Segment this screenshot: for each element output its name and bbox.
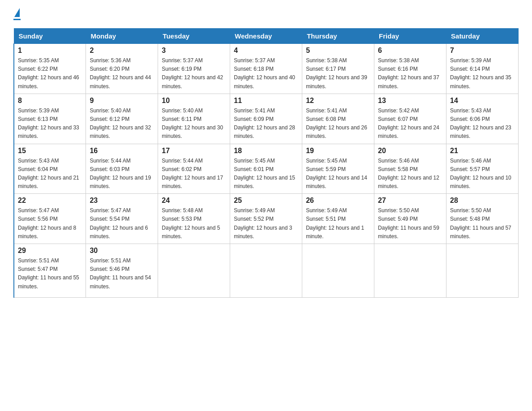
day-number: 9	[90, 97, 154, 105]
day-number: 13	[378, 97, 442, 105]
calendar-cell: 22 Sunrise: 5:47 AM Sunset: 5:56 PM Dayl…	[14, 194, 86, 244]
header-sunday: Sunday	[14, 29, 86, 44]
day-number: 3	[162, 47, 226, 55]
day-number: 17	[162, 147, 226, 155]
day-number: 2	[90, 47, 154, 55]
header-thursday: Thursday	[302, 29, 374, 44]
calendar-cell: 3 Sunrise: 5:37 AM Sunset: 6:19 PM Dayli…	[158, 44, 230, 94]
calendar-cell: 14 Sunrise: 5:43 AM Sunset: 6:06 PM Dayl…	[446, 94, 519, 144]
day-info: Sunrise: 5:49 AM Sunset: 5:51 PM Dayligh…	[306, 206, 370, 241]
day-info: Sunrise: 5:44 AM Sunset: 6:02 PM Dayligh…	[162, 157, 226, 191]
header-friday: Friday	[374, 29, 446, 44]
calendar-week-row: 15 Sunrise: 5:43 AM Sunset: 6:04 PM Dayl…	[14, 144, 519, 194]
day-info: Sunrise: 5:50 AM Sunset: 5:48 PM Dayligh…	[450, 206, 515, 241]
calendar-cell: 26 Sunrise: 5:49 AM Sunset: 5:51 PM Dayl…	[302, 194, 374, 244]
calendar-cell	[230, 244, 302, 298]
day-number: 28	[450, 197, 515, 205]
calendar-cell: 16 Sunrise: 5:44 AM Sunset: 6:03 PM Dayl…	[86, 144, 158, 194]
logo-triangle-icon	[14, 8, 20, 17]
day-info: Sunrise: 5:45 AM Sunset: 5:59 PM Dayligh…	[306, 157, 370, 191]
calendar-cell: 20 Sunrise: 5:46 AM Sunset: 5:58 PM Dayl…	[374, 144, 446, 194]
calendar-cell: 1 Sunrise: 5:35 AM Sunset: 6:22 PM Dayli…	[14, 44, 86, 94]
calendar-cell: 25 Sunrise: 5:49 AM Sunset: 5:52 PM Dayl…	[230, 194, 302, 244]
day-info: Sunrise: 5:43 AM Sunset: 6:06 PM Dayligh…	[450, 107, 515, 141]
calendar-table: SundayMondayTuesdayWednesdayThursdayFrid…	[13, 28, 519, 298]
header-wednesday: Wednesday	[230, 29, 302, 44]
calendar-cell: 29 Sunrise: 5:51 AM Sunset: 5:47 PM Dayl…	[14, 244, 86, 298]
day-info: Sunrise: 5:42 AM Sunset: 6:07 PM Dayligh…	[378, 107, 442, 141]
calendar-cell: 15 Sunrise: 5:43 AM Sunset: 6:04 PM Dayl…	[14, 144, 86, 194]
day-info: Sunrise: 5:41 AM Sunset: 6:09 PM Dayligh…	[234, 107, 298, 141]
day-number: 29	[18, 247, 82, 255]
calendar-cell: 10 Sunrise: 5:40 AM Sunset: 6:11 PM Dayl…	[158, 94, 230, 144]
day-info: Sunrise: 5:36 AM Sunset: 6:20 PM Dayligh…	[90, 56, 154, 91]
calendar-cell: 13 Sunrise: 5:42 AM Sunset: 6:07 PM Dayl…	[374, 94, 446, 144]
day-info: Sunrise: 5:46 AM Sunset: 5:58 PM Dayligh…	[378, 157, 442, 191]
day-info: Sunrise: 5:47 AM Sunset: 5:56 PM Dayligh…	[18, 206, 82, 241]
day-number: 24	[162, 197, 226, 205]
calendar-cell: 2 Sunrise: 5:36 AM Sunset: 6:20 PM Dayli…	[86, 44, 158, 94]
day-info: Sunrise: 5:37 AM Sunset: 6:18 PM Dayligh…	[234, 56, 298, 91]
day-info: Sunrise: 5:51 AM Sunset: 5:46 PM Dayligh…	[90, 257, 154, 291]
day-info: Sunrise: 5:37 AM Sunset: 6:19 PM Dayligh…	[162, 56, 226, 91]
calendar-cell: 4 Sunrise: 5:37 AM Sunset: 6:18 PM Dayli…	[230, 44, 302, 94]
day-number: 15	[18, 147, 82, 155]
calendar-cell	[302, 244, 374, 298]
day-info: Sunrise: 5:38 AM Sunset: 6:17 PM Dayligh…	[306, 56, 370, 91]
day-number: 20	[378, 147, 442, 155]
day-info: Sunrise: 5:39 AM Sunset: 6:14 PM Dayligh…	[450, 56, 515, 91]
calendar-cell: 19 Sunrise: 5:45 AM Sunset: 5:59 PM Dayl…	[302, 144, 374, 194]
day-number: 25	[234, 197, 298, 205]
day-info: Sunrise: 5:40 AM Sunset: 6:11 PM Dayligh…	[162, 107, 226, 141]
day-info: Sunrise: 5:43 AM Sunset: 6:04 PM Dayligh…	[18, 157, 82, 191]
day-number: 27	[378, 197, 442, 205]
calendar-cell: 30 Sunrise: 5:51 AM Sunset: 5:46 PM Dayl…	[86, 244, 158, 298]
day-number: 1	[18, 47, 82, 55]
logo-underline	[13, 19, 21, 20]
calendar-cell	[158, 244, 230, 298]
day-info: Sunrise: 5:40 AM Sunset: 6:12 PM Dayligh…	[90, 107, 154, 141]
calendar-cell: 12 Sunrise: 5:41 AM Sunset: 6:08 PM Dayl…	[302, 94, 374, 144]
day-info: Sunrise: 5:35 AM Sunset: 6:22 PM Dayligh…	[18, 56, 82, 91]
calendar-cell: 11 Sunrise: 5:41 AM Sunset: 6:09 PM Dayl…	[230, 94, 302, 144]
day-number: 16	[90, 147, 154, 155]
calendar-cell: 27 Sunrise: 5:50 AM Sunset: 5:49 PM Dayl…	[374, 194, 446, 244]
calendar-cell: 5 Sunrise: 5:38 AM Sunset: 6:17 PM Dayli…	[302, 44, 374, 94]
day-number: 11	[234, 97, 298, 105]
day-info: Sunrise: 5:51 AM Sunset: 5:47 PM Dayligh…	[18, 257, 82, 291]
header-saturday: Saturday	[446, 29, 519, 44]
day-info: Sunrise: 5:46 AM Sunset: 5:57 PM Dayligh…	[450, 157, 515, 191]
calendar-cell: 24 Sunrise: 5:48 AM Sunset: 5:53 PM Dayl…	[158, 194, 230, 244]
calendar-cell	[446, 244, 519, 298]
day-info: Sunrise: 5:48 AM Sunset: 5:53 PM Dayligh…	[162, 206, 226, 241]
calendar-week-row: 1 Sunrise: 5:35 AM Sunset: 6:22 PM Dayli…	[14, 44, 519, 94]
day-number: 23	[90, 197, 154, 205]
day-info: Sunrise: 5:38 AM Sunset: 6:16 PM Dayligh…	[378, 56, 442, 91]
calendar-week-row: 29 Sunrise: 5:51 AM Sunset: 5:47 PM Dayl…	[14, 244, 519, 298]
calendar-cell: 18 Sunrise: 5:45 AM Sunset: 6:01 PM Dayl…	[230, 144, 302, 194]
day-info: Sunrise: 5:44 AM Sunset: 6:03 PM Dayligh…	[90, 157, 154, 191]
calendar-cell: 17 Sunrise: 5:44 AM Sunset: 6:02 PM Dayl…	[158, 144, 230, 194]
day-number: 4	[234, 47, 298, 55]
calendar-cell: 9 Sunrise: 5:40 AM Sunset: 6:12 PM Dayli…	[86, 94, 158, 144]
day-info: Sunrise: 5:45 AM Sunset: 6:01 PM Dayligh…	[234, 157, 298, 191]
day-info: Sunrise: 5:41 AM Sunset: 6:08 PM Dayligh…	[306, 107, 370, 141]
day-number: 10	[162, 97, 226, 105]
day-number: 22	[18, 197, 82, 205]
calendar-cell: 6 Sunrise: 5:38 AM Sunset: 6:16 PM Dayli…	[374, 44, 446, 94]
day-number: 7	[450, 47, 515, 55]
day-number: 12	[306, 97, 370, 105]
calendar-cell: 8 Sunrise: 5:39 AM Sunset: 6:13 PM Dayli…	[14, 94, 86, 144]
calendar-week-row: 8 Sunrise: 5:39 AM Sunset: 6:13 PM Dayli…	[14, 94, 519, 144]
day-info: Sunrise: 5:50 AM Sunset: 5:49 PM Dayligh…	[378, 206, 442, 241]
calendar-cell: 28 Sunrise: 5:50 AM Sunset: 5:48 PM Dayl…	[446, 194, 519, 244]
day-number: 26	[306, 197, 370, 205]
day-number: 6	[378, 47, 442, 55]
calendar-cell: 21 Sunrise: 5:46 AM Sunset: 5:57 PM Dayl…	[446, 144, 519, 194]
calendar-cell: 23 Sunrise: 5:47 AM Sunset: 5:54 PM Dayl…	[86, 194, 158, 244]
day-number: 14	[450, 97, 515, 105]
day-number: 18	[234, 147, 298, 155]
calendar-week-row: 22 Sunrise: 5:47 AM Sunset: 5:56 PM Dayl…	[14, 194, 519, 244]
day-number: 30	[90, 247, 154, 255]
calendar-header-row: SundayMondayTuesdayWednesdayThursdayFrid…	[14, 29, 519, 44]
